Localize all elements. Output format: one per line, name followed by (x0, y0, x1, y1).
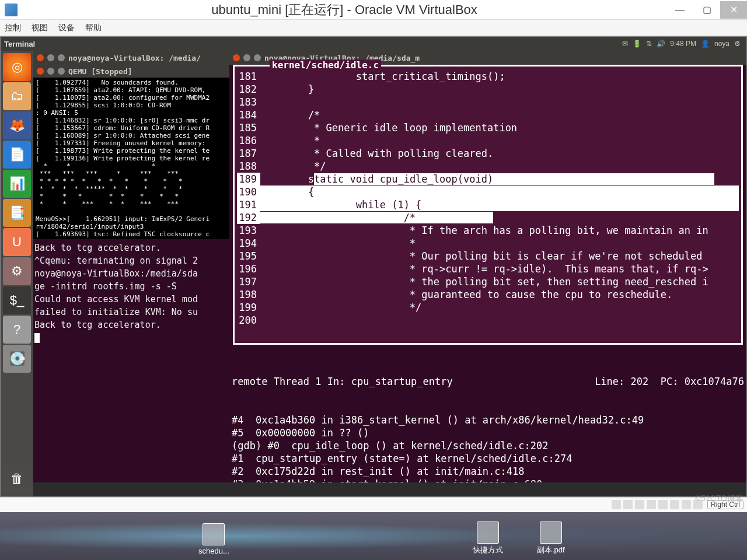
share-icon[interactable] (658, 500, 668, 509)
vbox-statusbar: Right Ctrl (0, 497, 747, 511)
max-dot-icon[interactable] (58, 54, 65, 61)
dash-icon[interactable]: ◎ (3, 53, 31, 81)
file-icon (477, 522, 499, 544)
calc-icon[interactable]: 📊 (3, 170, 31, 198)
source-lines: 181 start_critical_timings();182 }183184… (235, 66, 741, 327)
qemu-titlebar[interactable]: QEMU [Stopped] (33, 65, 229, 78)
workspace: noya@noya-VirtualBox: /media/ QEMU [Stop… (33, 51, 746, 496)
qemu-title: QEMU [Stopped] (68, 67, 132, 76)
sound-icon[interactable]: 🔊 (657, 40, 665, 48)
close-button[interactable]: ✕ (720, 1, 747, 19)
hd-icon[interactable] (612, 500, 621, 509)
mail-icon[interactable]: ✉ (622, 40, 628, 48)
close-dot-icon[interactable] (233, 54, 240, 61)
host-menubar[interactable]: 控制 视图 设备 帮助 (0, 20, 747, 36)
task-shortcut[interactable]: 快捷方式 (473, 522, 503, 555)
battery-icon[interactable]: 🔋 (633, 40, 641, 48)
left-term-output: Back to tcg accelerator. ^Cqemu: termina… (33, 239, 229, 346)
unity-launcher: ◎ 🗂 🦊 📄 📊 📑 U ⚙ $_ ? 💽 🗑 (1, 51, 33, 496)
settings-icon[interactable]: ⚙ (3, 257, 31, 285)
active-app: Terminal (4, 40, 35, 48)
maximize-button[interactable]: ▢ (693, 1, 720, 19)
min-dot-icon[interactable] (243, 54, 250, 61)
net-icon[interactable] (635, 500, 644, 509)
menu-control[interactable]: 控制 (5, 23, 21, 33)
gnome-panel: Terminal ✉ 🔋 ⇅ 🔊 9:48 PM 👤 noya ⚙ (1, 37, 746, 51)
impress-icon[interactable]: 📑 (3, 199, 31, 227)
window-title: ubuntu_mini [正在运行] - Oracle VM VirtualBo… (22, 1, 666, 19)
host-titlebar: ubuntu_mini [正在运行] - Oracle VM VirtualBo… (0, 0, 747, 20)
task-pdf[interactable]: 副本.pdf (537, 522, 565, 555)
qemu-output: [ 1.092774] No soundcards found. [ 1.107… (33, 78, 229, 239)
network-icon[interactable]: ⇅ (646, 40, 652, 48)
menu-view[interactable]: 视图 (32, 23, 48, 33)
max-dot-icon[interactable] (254, 54, 261, 61)
gdb-source-panel: kernel/sched/idle.c 181 start_critical_t… (233, 65, 743, 345)
clock[interactable]: 9:48 PM (670, 40, 696, 48)
max-dot-icon[interactable] (58, 68, 65, 75)
terminal-icon[interactable]: $_ (3, 286, 31, 314)
capture-icon[interactable] (682, 500, 691, 509)
minimize-button[interactable]: — (666, 1, 693, 19)
menu-devices[interactable]: 设备 (58, 23, 75, 33)
guest-display[interactable]: Terminal ✉ 🔋 ⇅ 🔊 9:48 PM 👤 noya ⚙ ◎ 🗂 🦊 … (0, 36, 747, 497)
gdb-status: remote Thread 1 In: cpu_startup_entry Li… (232, 375, 744, 388)
firefox-icon[interactable]: 🦊 (3, 111, 31, 139)
menu-help[interactable]: 帮助 (85, 23, 102, 33)
trash-icon[interactable]: 🗑 (3, 465, 31, 493)
min-dot-icon[interactable] (47, 68, 54, 75)
display-icon[interactable] (670, 500, 679, 509)
usb-icon[interactable] (647, 500, 656, 509)
disk-icon[interactable]: 💽 (3, 345, 31, 373)
virtualbox-icon (5, 4, 18, 16)
user-icon[interactable]: 👤 (701, 40, 710, 48)
gdb-panel[interactable]: remote Thread 1 In: cpu_startup_entry Li… (229, 348, 746, 482)
software-icon[interactable]: U (3, 228, 31, 256)
left-term-titlebar[interactable]: noya@noya-VirtualBox: /media/ (33, 51, 229, 65)
watermark: ©51CTO博客 (695, 494, 743, 504)
writer-icon[interactable]: 📄 (3, 141, 31, 169)
left-term-title: noya@noya-VirtualBox: /media/ (68, 54, 201, 62)
source-file: kernel/sched/idle.c (270, 60, 381, 71)
gdb-output: #4 0xc1a4b360 in i386_start_kernel () at… (232, 414, 744, 482)
file-icon (540, 522, 562, 544)
min-dot-icon[interactable] (47, 54, 54, 61)
close-dot-icon[interactable] (37, 54, 44, 61)
close-dot-icon[interactable] (37, 68, 44, 75)
help-icon[interactable]: ? (3, 316, 31, 344)
task-schedu[interactable]: schedu... (198, 523, 229, 555)
windows-taskbar[interactable]: schedu... 快捷方式 副本.pdf (0, 512, 747, 560)
gear-icon[interactable]: ⚙ (734, 40, 741, 48)
files-icon[interactable]: 🗂 (3, 82, 31, 110)
left-terminal[interactable]: noya@noya-VirtualBox: /media/ QEMU [Stop… (33, 51, 229, 482)
cd-icon[interactable] (623, 500, 633, 509)
right-terminal[interactable]: noya@noya-VirtualBox: /media/sda_m kerne… (229, 51, 746, 482)
file-icon (203, 523, 225, 545)
window-controls: — ▢ ✕ (666, 1, 747, 19)
user-name[interactable]: noya (714, 40, 729, 48)
